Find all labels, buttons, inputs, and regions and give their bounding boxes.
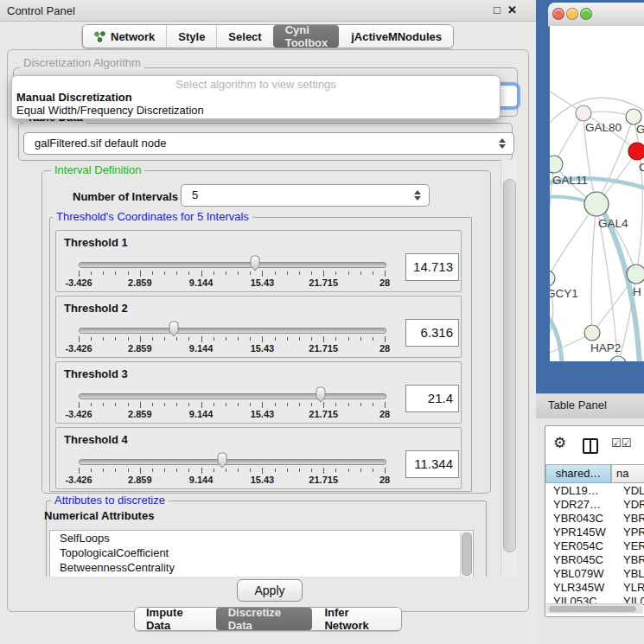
slider-scale-label: 15.43 bbox=[251, 475, 275, 485]
cell-shared-name: YBR043C bbox=[545, 512, 617, 526]
network-node-label-node-red: C bbox=[639, 161, 644, 174]
slider-thumb[interactable] bbox=[215, 451, 229, 469]
slider-tick bbox=[188, 403, 189, 406]
slider-tick bbox=[214, 403, 214, 406]
float-window-icon[interactable]: □ bbox=[494, 3, 501, 16]
close-icon[interactable]: ✕ bbox=[507, 3, 517, 16]
slider-tick bbox=[140, 468, 141, 474]
numerical-attribute-item[interactable]: SelfLoops bbox=[50, 531, 473, 545]
tab-network[interactable]: Network bbox=[83, 25, 166, 48]
network-node-node-red[interactable] bbox=[628, 143, 644, 160]
algorithm-group-title: Discretization Algorithm bbox=[20, 57, 144, 69]
algorithm-option-equal-width-frequency-discretization[interactable]: Equal Width/Frequency Discretization bbox=[12, 104, 500, 117]
threshold-value-input[interactable]: 21.4 bbox=[405, 385, 459, 412]
control-panel-title: Control Panel bbox=[7, 4, 75, 17]
table-row[interactable]: YER054CYER0 bbox=[545, 539, 644, 553]
slider-scale-label: 2.859 bbox=[128, 343, 152, 354]
slider-scale-label: -3.426 bbox=[65, 277, 92, 288]
mode-tab-discretize-data[interactable]: Discretize Data bbox=[216, 608, 313, 630]
gear-icon[interactable]: ⚙ bbox=[553, 434, 566, 452]
tab-select[interactable]: Select bbox=[216, 25, 272, 48]
interval-definition-title: Interval Definition bbox=[51, 164, 144, 176]
column-header-shared-name[interactable]: shared… bbox=[545, 464, 611, 483]
network-node-GAL4[interactable] bbox=[584, 192, 609, 216]
minimize-window-button[interactable] bbox=[566, 8, 578, 20]
slider-scale-label: -3.426 bbox=[65, 343, 92, 354]
network-node-GAL11[interactable] bbox=[550, 156, 563, 173]
network-node-node-H[interactable] bbox=[627, 265, 644, 284]
numerical-attributes-items: SelfLoopsTopologicalCoefficientBetweenne… bbox=[50, 531, 473, 575]
tab-style-label: Style bbox=[178, 30, 205, 43]
network-edge[interactable] bbox=[634, 117, 642, 274]
algorithm-dropdown-popup: Select algorithm to view settingsManual … bbox=[11, 75, 501, 119]
algorithm-option-manual-discretization[interactable]: Manual Discretization bbox=[12, 91, 500, 104]
slider-tick bbox=[238, 337, 239, 341]
thresholds-group-title: Threshold's Coordinates for 5 Intervals bbox=[53, 211, 252, 223]
numerical-attributes-list[interactable]: SelfLoopsTopologicalCoefficientBetweenne… bbox=[49, 530, 474, 577]
slider-tick bbox=[287, 337, 288, 341]
slider-tick bbox=[311, 469, 312, 472]
threshold-value-input[interactable]: 6.316 bbox=[405, 319, 459, 347]
network-canvas[interactable]: GAL80GACGAL11GAL4HGCY1HAP2 bbox=[550, 26, 644, 361]
mode-tab-discretize-data-label: Discretize Data bbox=[228, 606, 302, 632]
table-row[interactable]: YBR045CYBR0 bbox=[545, 553, 644, 567]
table-horizontal-scrollbar[interactable] bbox=[546, 603, 643, 614]
table-panel-title: Table Panel bbox=[548, 399, 607, 411]
cyni-mode-tabs: Impute DataDiscretize DataInfer Network bbox=[134, 607, 402, 631]
network-node-GAL80[interactable] bbox=[576, 105, 591, 121]
mode-tab-impute-data[interactable]: Impute Data bbox=[135, 608, 216, 630]
zoom-window-button[interactable] bbox=[580, 8, 592, 20]
threshold-value-input[interactable]: 11.344 bbox=[405, 450, 459, 478]
numerical-attribute-item[interactable]: TopologicalCoefficient bbox=[50, 545, 473, 560]
scrollbar-thumb[interactable] bbox=[503, 179, 516, 552]
scrollbar-thumb[interactable] bbox=[549, 606, 636, 612]
network-node-HAP2[interactable] bbox=[584, 325, 600, 341]
slider-track[interactable] bbox=[79, 459, 386, 465]
slider-track[interactable] bbox=[79, 328, 386, 334]
slider-thumb[interactable] bbox=[314, 386, 328, 403]
table-row[interactable]: YLR345WYLR3 bbox=[545, 581, 644, 595]
slider-thumb[interactable] bbox=[167, 320, 181, 337]
close-window-button[interactable] bbox=[552, 8, 564, 20]
slider-track[interactable] bbox=[79, 262, 386, 268]
slider-thumb[interactable] bbox=[248, 254, 262, 271]
network-node-node-bottom[interactable] bbox=[610, 356, 626, 361]
cell-name: YBR0 bbox=[617, 512, 644, 526]
network-edge[interactable] bbox=[550, 204, 596, 278]
settings-scrollbar[interactable] bbox=[501, 160, 517, 577]
table-row[interactable]: YPR145WYPR1 bbox=[545, 526, 644, 539]
network-edge[interactable] bbox=[591, 204, 596, 333]
numerical-attributes-label: Numerical Attributes bbox=[44, 509, 154, 522]
table-row[interactable]: YDL19…YDL1 bbox=[545, 484, 644, 498]
tab-cyni-toolbox[interactable]: Cyni Toolbox bbox=[273, 25, 340, 48]
slider-tick bbox=[275, 337, 276, 341]
threshold-value-input[interactable]: 14.713 bbox=[405, 253, 459, 281]
table-row[interactable]: YBR043CYBR0 bbox=[545, 512, 644, 526]
slider-tick bbox=[335, 337, 336, 341]
number-of-intervals-combobox[interactable]: 5 bbox=[181, 184, 430, 207]
tab-jactivemnodules[interactable]: jActiveMNodules bbox=[339, 25, 453, 48]
numerical-attribute-item[interactable]: BetweennessCentrality bbox=[50, 560, 473, 575]
scrollbar-thumb[interactable] bbox=[462, 532, 472, 576]
tab-style[interactable]: Style bbox=[166, 25, 216, 48]
network-node-GCY1[interactable] bbox=[550, 271, 555, 286]
select-columns-checkboxes-icon[interactable]: ☑☑ bbox=[611, 437, 631, 450]
table-data-combobox[interactable]: galFiltered.sif default node bbox=[23, 132, 514, 155]
mode-tab-infer-network-label: Infer Network bbox=[324, 606, 390, 632]
attributes-list-scrollbar[interactable] bbox=[460, 532, 472, 577]
column-header-name[interactable]: na bbox=[611, 464, 644, 483]
slider-tick bbox=[79, 271, 80, 277]
apply-button[interactable]: Apply bbox=[237, 579, 303, 602]
control-panel-tabs: NetworkStyleSelectCyni ToolboxjActiveMNo… bbox=[82, 24, 454, 48]
mode-tab-infer-network[interactable]: Infer Network bbox=[312, 608, 401, 630]
slider-track[interactable] bbox=[79, 393, 386, 399]
slider-tick bbox=[79, 402, 80, 408]
columns-icon[interactable] bbox=[583, 438, 598, 454]
table-header: shared… na bbox=[545, 464, 644, 483]
table-row[interactable]: YDR27…YDR2 bbox=[545, 498, 644, 512]
slider-tick bbox=[164, 469, 165, 472]
slider-tick bbox=[348, 271, 349, 275]
network-edge[interactable] bbox=[550, 311, 562, 361]
tab-select-label: Select bbox=[228, 30, 261, 43]
table-row[interactable]: YBL079WYBL0 bbox=[545, 567, 644, 581]
